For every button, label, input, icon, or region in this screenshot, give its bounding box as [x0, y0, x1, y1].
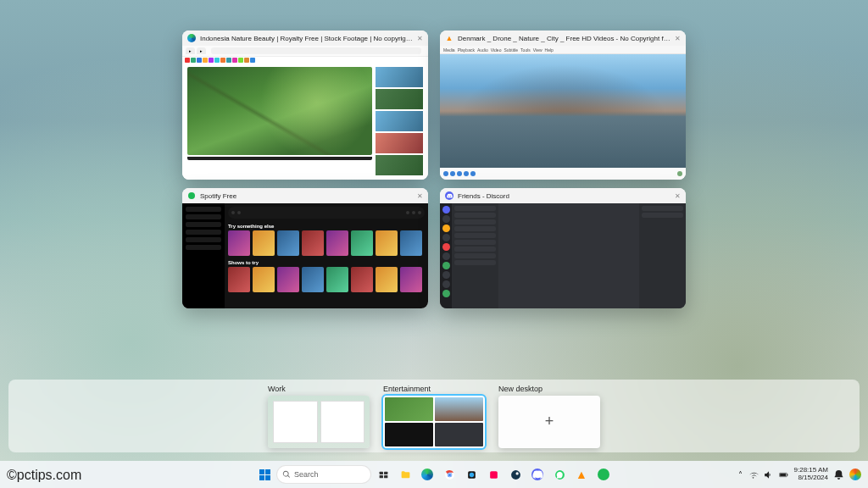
window-card-vlc[interactable]: ▲ Denmark _ Drone _ Nature _ City _ Free… [440, 30, 686, 180]
svg-rect-14 [780, 473, 786, 475]
edge-icon [187, 34, 196, 42]
task-view-windows: Indonesia Nature Beauty | Royalty Free |… [0, 30, 868, 308]
window-content [440, 203, 686, 308]
chevron-up-icon[interactable]: ˄ [738, 470, 743, 480]
window-card-spotify[interactable]: Spotify Free ✕ Try something else Shows … [182, 188, 428, 308]
window-content: Try something else Shows to try [182, 203, 428, 308]
search-placeholder: Search [294, 470, 319, 479]
close-icon[interactable]: ✕ [417, 192, 423, 200]
svg-point-6 [448, 473, 450, 475]
search-icon [282, 470, 291, 479]
taskbar-app-steam[interactable] [506, 465, 525, 484]
battery-icon [778, 469, 789, 480]
taskbar-app-discord[interactable] [528, 465, 547, 484]
desktop-entertainment[interactable]: Entertainment [383, 385, 485, 448]
clock-date: 8/15/2024 [794, 474, 828, 482]
svg-point-10 [511, 470, 520, 480]
notifications-icon[interactable] [833, 469, 844, 480]
svg-rect-0 [379, 471, 382, 474]
section-heading: Try something else [228, 224, 425, 229]
desktop-thumbnail[interactable] [383, 396, 485, 448]
desktop-work[interactable]: Work [268, 385, 370, 448]
taskbar: Search ▲ ˄ 9:28:15 AM 8/15/2024 [0, 461, 868, 488]
virtual-desktops-strip: Work Entertainment New desktop + [8, 380, 860, 452]
desktop-label: Work [268, 385, 370, 393]
window-titlebar: Spotify Free ✕ [182, 188, 428, 203]
window-content: ▸▸ [182, 46, 428, 180]
window-title: Denmark _ Drone _ Nature _ City _ Free H… [458, 35, 670, 42]
window-titlebar: Friends - Discord ✕ [440, 188, 686, 203]
taskbar-app-explorer[interactable] [396, 465, 415, 484]
task-view-button[interactable] [374, 465, 392, 484]
desktop-new[interactable]: New desktop + [498, 385, 600, 448]
spotify-icon [187, 191, 196, 200]
window-title: Friends - Discord [458, 192, 670, 200]
watermark: ©pctips.com [7, 468, 81, 483]
copilot-icon[interactable] [849, 469, 861, 480]
volume-icon [763, 469, 774, 480]
desktop-thumbnail[interactable] [268, 396, 370, 448]
window-card-edge[interactable]: Indonesia Nature Beauty | Royalty Free |… [182, 30, 428, 180]
section-heading: Shows to try [228, 260, 425, 265]
taskbar-app-chrome[interactable] [440, 465, 459, 484]
window-content: MediaPlayback AudioVideo SubtitleTools V… [440, 46, 686, 180]
windows-icon [259, 469, 270, 480]
taskbar-search[interactable]: Search [277, 466, 370, 483]
system-tray[interactable] [748, 469, 789, 480]
window-titlebar: ▲ Denmark _ Drone _ Nature _ City _ Free… [440, 30, 686, 46]
vlc-icon: ▲ [445, 34, 453, 42]
close-icon[interactable]: ✕ [675, 192, 681, 200]
svg-point-11 [515, 472, 518, 474]
wifi-icon [748, 469, 759, 480]
svg-rect-9 [490, 471, 498, 479]
window-titlebar: Indonesia Nature Beauty | Royalty Free |… [182, 30, 428, 46]
taskbar-app-generic-2[interactable] [484, 465, 503, 484]
window-title: Spotify Free [200, 192, 413, 200]
taskbar-app-whatsapp[interactable] [550, 465, 569, 484]
taskbar-right: ˄ 9:28:15 AM 8/15/2024 [738, 467, 861, 482]
new-desktop-button[interactable]: + [498, 396, 600, 448]
taskbar-clock[interactable]: 9:28:15 AM 8/15/2024 [794, 467, 828, 482]
desktop-label: Entertainment [383, 385, 485, 393]
taskbar-center: Search ▲ [255, 465, 613, 484]
close-icon[interactable]: ✕ [675, 35, 681, 42]
window-title: Indonesia Nature Beauty | Royalty Free |… [200, 35, 413, 42]
discord-icon [445, 191, 453, 200]
taskbar-app-generic-1[interactable] [462, 465, 481, 484]
plus-icon: + [545, 413, 554, 430]
desktop-label: New desktop [498, 385, 600, 393]
taskbar-app-vlc[interactable]: ▲ [572, 465, 591, 484]
video-player [187, 67, 372, 155]
start-button[interactable] [255, 465, 274, 484]
taskbar-app-spotify[interactable] [594, 465, 613, 484]
svg-rect-1 [384, 471, 387, 474]
svg-rect-2 [379, 475, 382, 478]
window-card-discord[interactable]: Friends - Discord ✕ [440, 188, 686, 308]
svg-rect-15 [787, 474, 787, 475]
svg-point-8 [469, 472, 473, 476]
video-player [440, 54, 686, 168]
taskbar-app-edge[interactable] [418, 465, 437, 484]
svg-rect-3 [384, 475, 387, 478]
close-icon[interactable]: ✕ [417, 35, 423, 42]
